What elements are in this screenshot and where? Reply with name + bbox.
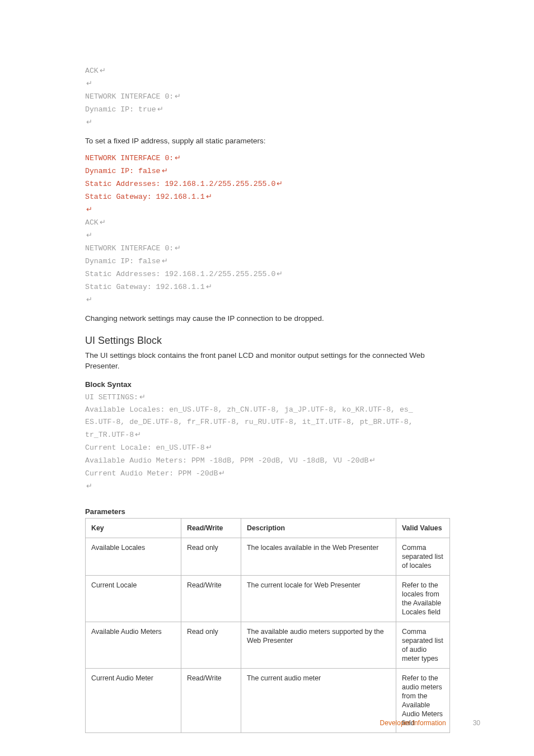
- paragraph: To set a fixed IP address, supply all st…: [85, 136, 450, 146]
- page: ACK↵ ↵ NETWORK INTERFACE 0:↵ Dynamic IP:…: [0, 0, 534, 756]
- code-line: NETWORK INTERFACE 0:: [85, 244, 174, 253]
- page-footer: Developer Information30: [380, 719, 480, 727]
- code-line: Static Gateway: 192.168.1.1: [85, 283, 205, 291]
- return-icon: ↵: [277, 178, 283, 190]
- return-icon: ↵: [175, 152, 181, 164]
- return-icon: ↵: [86, 116, 92, 128]
- paragraph: The UI settings block contains the front…: [85, 350, 450, 371]
- return-icon: ↵: [369, 454, 376, 466]
- return-icon: ↵: [206, 441, 212, 454]
- table-row: Current Locale Read/Write The current lo…: [86, 576, 450, 622]
- table-row: Available Locales Read only The locales …: [86, 538, 450, 576]
- paragraph: Changing network settings may cause the …: [85, 313, 450, 324]
- parameters-label: Parameters: [85, 507, 450, 516]
- heading-ui-settings: UI Settings Block: [85, 335, 450, 347]
- return-icon: ↵: [162, 255, 168, 267]
- code-line: UI SETTINGS:: [85, 393, 138, 402]
- cell-rw: Read/Write: [181, 669, 241, 733]
- return-icon: ↵: [100, 64, 106, 77]
- table-header-row: Key Read/Write Description Valid Values: [86, 519, 450, 538]
- cell-vv: Comma separated list of locales: [396, 538, 450, 576]
- parameters-table: Key Read/Write Description Valid Values …: [85, 518, 450, 733]
- code-line: Dynamic IP: true: [85, 105, 156, 114]
- return-icon: ↵: [139, 391, 146, 403]
- code-line: Dynamic IP: false: [85, 167, 161, 175]
- code-line: ES.UTF-8, de_DE.UTF-8, fr_FR.UTF-8, ru_R…: [85, 418, 418, 426]
- return-icon: ↵: [175, 242, 181, 254]
- return-icon: ↵: [206, 190, 212, 203]
- code-line: Available Locales: en_US.UTF-8, zh_CN.UT…: [85, 405, 413, 414]
- cell-desc: The locales available in the Web Present…: [241, 538, 396, 576]
- cell-desc: The current audio meter: [241, 669, 396, 733]
- table-row: Available Audio Meters Read only The ava…: [86, 622, 450, 669]
- return-icon: ↵: [135, 428, 141, 441]
- footer-page-number: 30: [473, 719, 480, 727]
- th-rw: Read/Write: [181, 519, 241, 538]
- return-icon: ↵: [100, 216, 106, 228]
- return-icon: ↵: [277, 268, 283, 280]
- code-line: Static Addresses: 192.168.1.2/255.255.25…: [85, 180, 275, 188]
- code-line: Dynamic IP: false: [85, 257, 161, 265]
- code-line: Current Audio Meter: PPM -20dB: [85, 469, 218, 478]
- cell-vv: Comma separated list of audio meter type…: [396, 622, 450, 669]
- code-line: NETWORK INTERFACE 0:: [85, 92, 174, 101]
- return-icon: ↵: [157, 103, 163, 115]
- th-desc: Description: [241, 519, 396, 538]
- code-line: ACK: [85, 218, 99, 227]
- return-icon: ↵: [86, 77, 92, 90]
- code-block-2: NETWORK INTERFACE 0:↵ Dynamic IP: false↵…: [85, 152, 450, 306]
- code-line: Current Locale: en_US.UTF-8: [85, 444, 205, 452]
- footer-section: Developer Information: [380, 719, 446, 727]
- return-icon: ↵: [219, 467, 225, 479]
- return-icon: ↵: [86, 293, 92, 306]
- cell-key: Available Locales: [86, 538, 181, 576]
- code-line: ACK: [85, 67, 99, 75]
- return-icon: ↵: [86, 480, 92, 492]
- code-line: tr_TR.UTF-8: [85, 431, 134, 439]
- cell-desc: The available audio meters supported by …: [241, 622, 396, 669]
- code-line: NETWORK INTERFACE 0:: [85, 154, 174, 162]
- code-block-3: UI SETTINGS:↵ Available Locales: en_US.U…: [85, 391, 450, 493]
- return-icon: ↵: [86, 203, 92, 216]
- cell-desc: The current locale for Web Presenter: [241, 576, 396, 622]
- cell-rw: Read only: [181, 622, 241, 669]
- code-line: Static Gateway: 192.168.1.1: [85, 193, 205, 201]
- cell-rw: Read only: [181, 538, 241, 576]
- cell-key: Available Audio Meters: [86, 622, 181, 669]
- code-block-1: ACK↵ ↵ NETWORK INTERFACE 0:↵ Dynamic IP:…: [85, 64, 450, 129]
- return-icon: ↵: [162, 165, 168, 177]
- return-icon: ↵: [86, 229, 92, 241]
- cell-key: Current Locale: [86, 576, 181, 622]
- return-icon: ↵: [206, 281, 212, 293]
- block-syntax-label: Block Syntax: [85, 380, 450, 389]
- th-vv: Valid Values: [396, 519, 450, 538]
- code-line: Static Addresses: 192.168.1.2/255.255.25…: [85, 270, 275, 278]
- cell-key: Current Audio Meter: [86, 669, 181, 733]
- code-line: Available Audio Meters: PPM -18dB, PPM -…: [85, 456, 368, 465]
- cell-vv: Refer to the locales from the Available …: [396, 576, 450, 622]
- cell-rw: Read/Write: [181, 576, 241, 622]
- return-icon: ↵: [175, 90, 181, 102]
- th-key: Key: [86, 519, 181, 538]
